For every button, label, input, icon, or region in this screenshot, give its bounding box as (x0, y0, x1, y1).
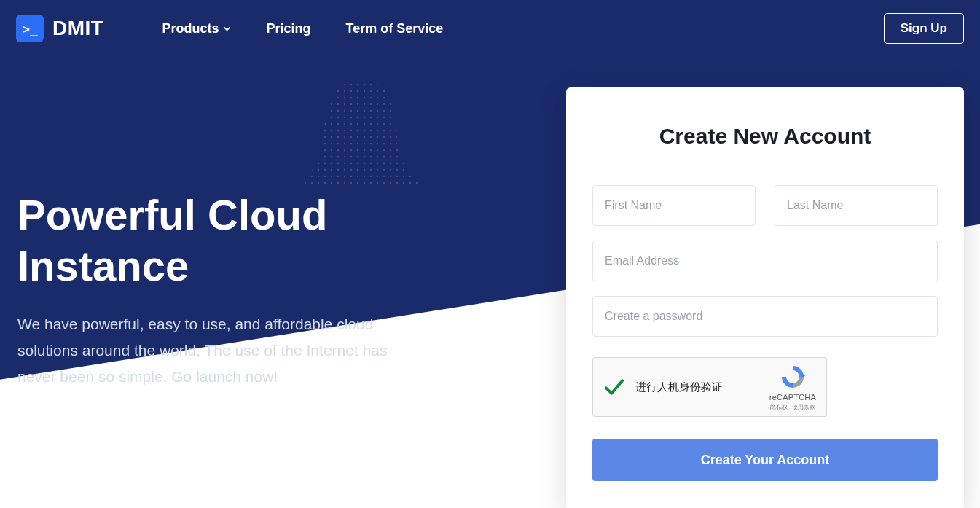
first-name-field[interactable] (592, 185, 756, 226)
signup-button[interactable]: Sign Up (884, 13, 964, 44)
recaptcha-icon (780, 364, 806, 390)
signup-card-title: Create New Account (592, 124, 938, 149)
signup-card: Create New Account 进行人机身份验证 reCAPTCHA 隐私… (566, 87, 964, 508)
brand-logo[interactable]: >_ DMIT (16, 15, 103, 42)
brand-name: DMIT (52, 17, 103, 40)
recaptcha-terms-text: 隐私权 · 使用条款 (769, 403, 816, 411)
recaptcha-branding: reCAPTCHA 隐私权 · 使用条款 (769, 364, 816, 411)
dotted-bell-decoration (284, 77, 437, 200)
svg-marker-1 (801, 373, 806, 378)
nav-item-label: Term of Service (345, 21, 443, 36)
recaptcha-label: 进行人机身份验证 (635, 380, 723, 394)
recaptcha-brand-text: reCAPTCHA (769, 393, 816, 402)
nav-products[interactable]: Products (162, 21, 231, 36)
nav-item-label: Pricing (266, 21, 310, 36)
checkmark-icon (603, 376, 625, 398)
hero-section: Powerful Cloud Instance We have powerful… (17, 189, 426, 389)
last-name-field[interactable] (775, 185, 938, 226)
password-field[interactable] (592, 296, 938, 337)
create-account-button[interactable]: Create Your Account (592, 439, 938, 481)
recaptcha-widget[interactable]: 进行人机身份验证 reCAPTCHA 隐私权 · 使用条款 (592, 357, 827, 417)
nav-item-label: Products (162, 21, 219, 36)
nav-pricing[interactable]: Pricing (266, 21, 310, 36)
hero-subtext: We have powerful, easy to use, and affor… (17, 311, 426, 389)
nav-tos[interactable]: Term of Service (345, 21, 443, 36)
hero-heading: Powerful Cloud Instance (17, 189, 426, 291)
email-field[interactable] (592, 241, 938, 281)
terminal-icon: >_ (16, 15, 44, 42)
chevron-down-icon (223, 25, 231, 33)
top-nav: >_ DMIT Products Pricing Term of Service… (0, 0, 980, 57)
